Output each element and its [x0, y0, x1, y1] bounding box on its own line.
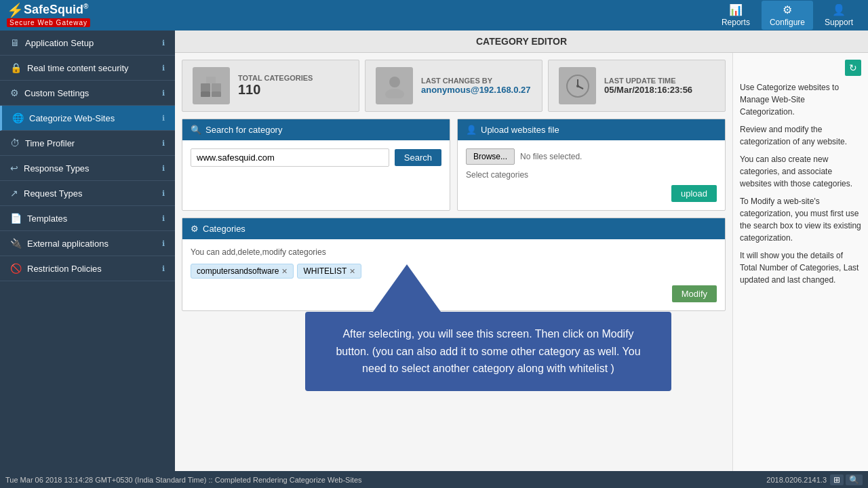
sidebar-item-label: Response Types: [24, 163, 90, 174]
content-area: CATEGORY EDITOR: [175, 30, 868, 471]
info-icon: ℹ: [162, 89, 165, 98]
tooltip-overlay: After selecting, you will see this scree…: [305, 264, 671, 391]
right-info-line-1: Use Categorize websites to Manage Web-Si…: [740, 81, 861, 118]
logo-title: ⚡ SafeSquid®: [7, 2, 88, 18]
svg-rect-2: [206, 77, 216, 83]
configure-button[interactable]: ⚙ Configure: [762, 1, 813, 30]
info-icon: ℹ: [162, 264, 165, 273]
svg-point-5: [389, 77, 400, 87]
sidebar-item-restriction-policies[interactable]: 🚫 Restriction Policies ℹ: [0, 256, 175, 281]
support-button[interactable]: 👤 Support: [816, 1, 861, 30]
upload-button[interactable]: upload: [671, 185, 717, 202]
search-input[interactable]: [191, 148, 389, 167]
top-nav-actions: 📊 Reports ⚙ Configure 👤 Support: [713, 1, 861, 30]
sidebar-item-label: Time Profiler: [25, 138, 75, 148]
right-info-line-3: You can also create new categories, and …: [740, 153, 861, 190]
sidebar-item-label: Real time content security: [27, 63, 129, 73]
sidebar-item-response-types[interactable]: ↩ Response Types ℹ: [0, 156, 175, 181]
configure-icon: ⚙: [783, 3, 792, 16]
select-categories-text: Select categories: [466, 170, 717, 180]
user-icon: [382, 74, 407, 98]
modify-button[interactable]: Modify: [672, 285, 717, 302]
browse-button[interactable]: Browse...: [466, 148, 515, 165]
category-tag-computersandsoftware: computersandsoftware ✕: [191, 264, 294, 279]
search-panel-body: Search: [182, 140, 450, 175]
tag-remove-icon[interactable]: ✕: [281, 267, 288, 276]
svg-rect-0: [201, 83, 210, 92]
sidebar-item-categorize[interactable]: 🌐 Categorize Web-Sites ℹ: [0, 106, 175, 131]
reports-icon: 📊: [729, 3, 743, 16]
info-icon: ℹ: [162, 214, 165, 223]
no-file-text: No files selected.: [520, 152, 582, 161]
categorize-icon: 🌐: [12, 113, 24, 123]
status-message: Tue Mar 06 2018 13:14:28 GMT+0530 (India…: [5, 476, 362, 484]
categories-panel-title: Categories: [203, 224, 245, 234]
realtime-icon: 🔒: [10, 62, 22, 73]
right-info-panel: ↻ Use Categorize websites to Manage Web-…: [732, 53, 868, 471]
templates-icon: 📄: [10, 213, 22, 224]
sidebar-item-label: Categorize Web-Sites: [29, 113, 115, 123]
configure-label: Configure: [770, 18, 805, 27]
status-version: 2018.0206.2141.3: [766, 476, 827, 484]
external-apps-icon: 🔌: [10, 238, 22, 249]
restriction-policies-icon: 🚫: [10, 263, 22, 274]
total-categories-text: TOTAL CATEGORIES 110: [238, 74, 313, 98]
total-categories-icon-box: [193, 67, 230, 104]
last-changes-value: anonymous@192.168.0.27: [421, 85, 531, 95]
total-categories-card: TOTAL CATEGORIES 110: [182, 60, 359, 112]
custom-settings-icon: ⚙: [10, 87, 19, 98]
sidebar-item-app-setup[interactable]: 🖥 Application Setup ℹ: [0, 30, 175, 56]
search-upload-row: 🔍 Search for category Search: [182, 119, 726, 211]
sidebar-item-external-apps[interactable]: 🔌 External applications ℹ: [0, 231, 175, 256]
total-categories-value: 110: [238, 82, 313, 98]
sidebar-item-templates[interactable]: 📄 Templates ℹ: [0, 206, 175, 231]
info-icon: ℹ: [162, 39, 165, 47]
info-icon: ℹ: [162, 64, 165, 73]
last-changes-card: LAST CHANGES BY anonymous@192.168.0.27: [365, 60, 542, 112]
refresh-button[interactable]: ↻: [845, 60, 861, 76]
svg-point-11: [576, 85, 579, 87]
last-update-card: LAST UPDATE TIME 05/Mar/2018:16:23:56: [548, 60, 726, 112]
total-categories-label: TOTAL CATEGORIES: [238, 74, 313, 82]
last-update-icon-box: [559, 67, 596, 104]
info-icon: ℹ: [162, 114, 165, 123]
sidebar-item-request-types[interactable]: ↗ Request Types ℹ: [0, 181, 175, 206]
sidebar-item-realtime[interactable]: 🔒 Real time content security ℹ: [0, 56, 175, 81]
status-right: 2018.0206.2141.3 ⊞ 🔍: [766, 474, 863, 485]
svg-point-6: [385, 89, 404, 98]
logo-image: ⚡ SafeSquid® Secure Web Gateway: [7, 2, 115, 29]
search-panel-title: Search for category: [205, 125, 282, 135]
logo-subtitle: Secure Web Gateway: [7, 18, 90, 27]
tooltip-triangle: [373, 264, 441, 312]
app-setup-icon: 🖥: [10, 37, 20, 48]
tooltip-box: After selecting, you will see this scree…: [305, 312, 671, 391]
sidebar-item-time-profiler[interactable]: ⏱ Time Profiler ℹ: [0, 131, 175, 156]
status-icon-1[interactable]: ⊞: [830, 474, 844, 485]
support-label: Support: [825, 18, 853, 27]
search-panel: 🔍 Search for category Search: [182, 119, 450, 211]
info-icon: ℹ: [162, 239, 165, 248]
upload-header-icon: 👤: [466, 125, 477, 135]
stats-row: TOTAL CATEGORIES 110 LAST CHANGES: [182, 60, 726, 112]
status-bar: Tue Mar 06 2018 13:14:28 GMT+0530 (India…: [0, 471, 868, 488]
time-profiler-icon: ⏱: [10, 138, 20, 148]
upload-panel-title: Upload websites file: [481, 125, 559, 135]
sidebar-item-custom-settings[interactable]: ⚙ Custom Settings ℹ: [0, 81, 175, 106]
sidebar-item-label: Application Setup: [25, 38, 94, 48]
svg-rect-3: [201, 92, 210, 97]
tooltip-text: After selecting, you will see this scree…: [336, 328, 640, 374]
support-icon: 👤: [832, 3, 846, 16]
upload-panel-header: 👤 Upload websites file: [458, 119, 725, 140]
page-title: CATEGORY EDITOR: [175, 30, 868, 53]
sidebar-item-label: Restriction Policies: [27, 264, 102, 274]
right-info-line-4: To Modify a web-site's categorization, y…: [740, 195, 861, 244]
sidebar-item-label: Templates: [27, 214, 67, 224]
reports-button[interactable]: 📊 Reports: [713, 1, 758, 30]
search-button[interactable]: Search: [395, 149, 441, 166]
response-types-icon: ↩: [10, 163, 18, 174]
last-changes-label: LAST CHANGES BY: [421, 77, 531, 85]
status-icon-2[interactable]: 🔍: [846, 474, 863, 485]
top-navigation: ⚡ SafeSquid® Secure Web Gateway 📊 Report…: [0, 0, 868, 30]
category-tag-label: computersandsoftware: [197, 266, 279, 276]
content-body: TOTAL CATEGORIES 110 LAST CHANGES: [175, 53, 868, 471]
